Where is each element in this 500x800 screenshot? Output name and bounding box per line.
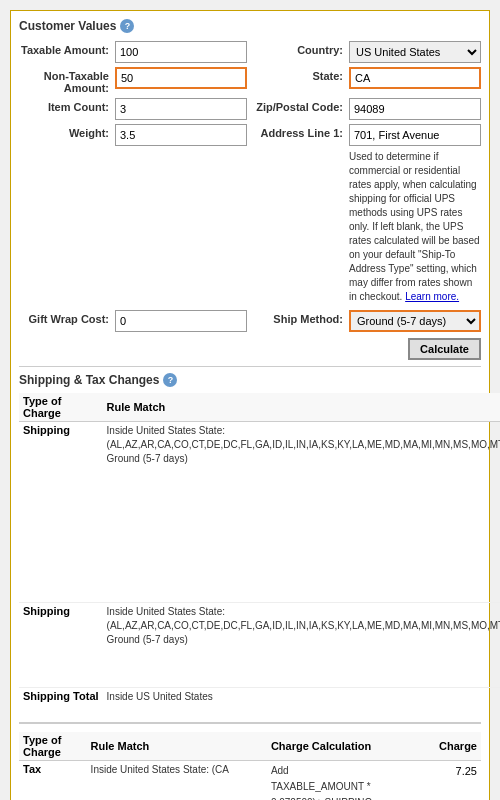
results-section-title: Shipping & Tax Changes ? <box>19 373 481 387</box>
state-input[interactable] <box>349 67 481 89</box>
table-row: Shipping Inside United States State: (AL… <box>19 422 500 603</box>
weight-input[interactable] <box>115 124 247 146</box>
address-input[interactable] <box>349 124 481 146</box>
zip-input[interactable] <box>349 98 481 120</box>
type-cell-total: Shipping Total <box>19 688 103 715</box>
results-header-row: Type of Charge Rule Match Charge Calcula… <box>19 393 500 422</box>
main-container: Customer Values ? Taxable Amount: Countr… <box>10 10 490 800</box>
address-note: Used to determine if commercial or resid… <box>349 148 481 306</box>
help-icon[interactable]: ? <box>120 19 134 33</box>
state-label: State: <box>253 67 343 82</box>
results-label: Shipping & Tax Changes <box>19 373 159 387</box>
calculate-btn-row: Calculate <box>19 338 481 360</box>
weight-label: Weight: <box>19 124 109 139</box>
taxable-amount-input[interactable] <box>115 41 247 63</box>
non-taxable-input[interactable] <box>115 67 247 89</box>
type-cell: Shipping <box>19 422 103 603</box>
results-help-icon[interactable]: ? <box>163 373 177 387</box>
tax-col-calc: Charge Calculation <box>267 732 402 761</box>
address-area: Used to determine if commercial or resid… <box>349 124 481 306</box>
gift-wrap-label: Gift Wrap Cost: <box>19 310 109 325</box>
table-row: Tax Inside United States State: (CA AddT… <box>19 761 481 801</box>
item-count-label: Item Count: <box>19 98 109 113</box>
learn-more-link[interactable]: Learn more. <box>405 291 459 302</box>
country-select[interactable]: US United States <box>349 41 481 63</box>
gift-wrap-input[interactable] <box>115 310 247 332</box>
taxable-amount-label: Taxable Amount: <box>19 41 109 56</box>
col-type-header: Type of Charge <box>19 393 103 422</box>
tax-col-type: Type of Charge <box>19 732 87 761</box>
ship-method-label: Ship Method: <box>253 310 343 325</box>
calculate-button[interactable]: Calculate <box>408 338 481 360</box>
zip-label: Zip/Postal Code: <box>253 98 343 113</box>
tax-header-row: Type of Charge Rule Match Charge Calcula… <box>19 732 481 761</box>
rule-cell: Inside United States State: (AL,AZ,AR,CA… <box>103 603 500 688</box>
item-count-input[interactable] <box>115 98 247 120</box>
section-title-customer-values: Customer Values ? <box>19 19 481 33</box>
ship-method-select[interactable]: Ground (5-7 days) Express (2-3 days) Ove… <box>349 310 481 332</box>
tax-type-cell: Tax <box>19 761 87 801</box>
rule-cell: Inside United States State: (AL,AZ,AR,CA… <box>103 422 500 603</box>
tax-calc-cell: AddTAXABLE_AMOUNT *0.072500)+ SHIPPING* … <box>267 761 402 801</box>
tax-col-charge: Charge <box>402 732 481 761</box>
address-line1-label: Address Line 1: <box>253 124 343 139</box>
tax-col-rule: Rule Match <box>87 732 267 761</box>
non-taxable-label: Non-Taxable Amount: <box>19 67 109 94</box>
section-divider <box>19 366 481 367</box>
form-grid: Taxable Amount: Country: US United State… <box>19 41 481 332</box>
table-row: Shipping Inside United States State: (AL… <box>19 603 500 688</box>
table-row-shipping-total: Shipping Total Inside US United States 0… <box>19 688 500 715</box>
rule-cell-total: Inside US United States <box>103 688 500 715</box>
results-table: Type of Charge Rule Match Charge Calcula… <box>19 393 500 714</box>
tax-section-divider <box>19 722 481 724</box>
col-rule-header: Rule Match <box>103 393 500 422</box>
type-cell: Shipping <box>19 603 103 688</box>
tax-table: Type of Charge Rule Match Charge Calcula… <box>19 732 481 800</box>
tax-rule-cell: Inside United States State: (CA <box>87 761 267 801</box>
customer-values-label: Customer Values <box>19 19 116 33</box>
tax-charge-cell: 7.25 <box>402 761 481 801</box>
tax-charge-value: 7.25 <box>456 765 477 777</box>
country-label: Country: <box>253 41 343 56</box>
